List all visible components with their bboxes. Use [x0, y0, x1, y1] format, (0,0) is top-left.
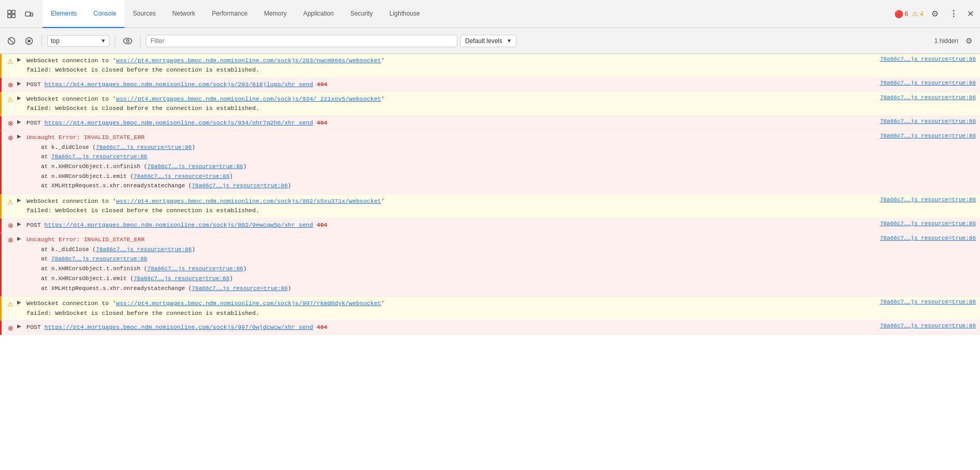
- ws-link-1[interactable]: wss://pt4.mortgages.bmoc.ndm.nomisonline…: [116, 57, 382, 64]
- clear-console-icon[interactable]: [4, 34, 19, 48]
- tab-sources[interactable]: Sources: [125, 0, 164, 28]
- filter-input[interactable]: [146, 35, 457, 47]
- levels-dropdown-icon: ▼: [507, 38, 512, 44]
- inspect-icon[interactable]: [4, 7, 19, 21]
- tab-bar-right: 🔴 6 ⚠ 4 ⚙ ⋮ ✕: [894, 7, 976, 21]
- entry-content-8: Uncaught Error: INVALID_STATE_ERR: [26, 235, 880, 244]
- entry-content-5: Uncaught Error: INVALID_STATE_ERR: [26, 133, 880, 142]
- source-ref-7[interactable]: 78a66c7……js resource=true:86: [880, 220, 976, 227]
- console-settings-icon[interactable]: ⚙: [961, 34, 976, 48]
- more-options-icon[interactable]: ⋮: [946, 7, 961, 21]
- stack-line-5-1: at k._didClose (78a66c7……js resource=tru…: [24, 143, 291, 153]
- stack-link-5-2[interactable]: 78a66c7……js resource=true:86: [51, 154, 147, 160]
- tab-elements[interactable]: Elements: [43, 0, 85, 28]
- expand-arrow-4[interactable]: ▶: [17, 119, 24, 125]
- tab-network[interactable]: Network: [164, 0, 203, 28]
- entry-content-10: POST https://pt4.mortgages.bmoc.ndm.nomi…: [26, 323, 880, 332]
- post-link-7[interactable]: https://pt4.mortgages.bmoc.ndm.nomisonli…: [45, 222, 314, 228]
- settings-icon[interactable]: ⚙: [928, 7, 942, 21]
- svg-rect-1: [12, 10, 15, 13]
- entry-content-1: WebSocket connection to 'wss://pt4.mortg…: [26, 56, 880, 75]
- context-label: top: [51, 37, 60, 45]
- svg-point-11: [127, 39, 129, 42]
- tab-application-label: Application: [303, 10, 334, 17]
- warn-icon-1: ⚠: [6, 57, 15, 66]
- source-ref-3[interactable]: 78a66c7……js resource=true:86: [880, 94, 976, 101]
- stack-line-5-3: at n.XHRCorsObject.t.onfinish (78a66c7………: [24, 162, 291, 172]
- entry-content-3: WebSocket connection to 'wss://pt4.mortg…: [26, 94, 880, 114]
- expand-arrow-8[interactable]: ▶: [17, 236, 24, 241]
- source-ref-10[interactable]: 78a66c7……js resource=true:86: [880, 323, 976, 329]
- expand-arrow-3[interactable]: ▶: [17, 95, 24, 101]
- stack-line-8-3: at n.XHRCorsObject.t.onfinish (78a66c7………: [24, 264, 291, 274]
- ws-link-3[interactable]: wss://pt4.mortgages.bmoc.ndm.nomisonline…: [116, 95, 382, 102]
- ws-link-6[interactable]: wss://pt4.mortgages.bmoc.ndm.nomisonline…: [116, 198, 382, 204]
- stack-link-8-2[interactable]: 78a66c7……js resource=true:86: [51, 256, 147, 262]
- device-toggle-icon[interactable]: [22, 7, 36, 21]
- tab-console[interactable]: Console: [85, 0, 125, 28]
- tab-performance[interactable]: Performance: [203, 0, 256, 28]
- stack-line-8-2: at 78a66c7……js resource=true:86: [24, 254, 291, 264]
- hidden-count: 1 hidden: [934, 37, 958, 45]
- entry-content-2: POST https://pt4.mortgages.bmoc.ndm.nomi…: [26, 80, 880, 89]
- stack-link-8-3[interactable]: 78a66c7……js resource=true:86: [147, 266, 243, 272]
- console-entry-7: ⊗ ▶ POST https://pt4.mortgages.bmoc.ndm.…: [0, 218, 980, 233]
- tab-security[interactable]: Security: [342, 0, 381, 28]
- post-link-4[interactable]: https://pt4.mortgages.bmoc.ndm.nomisonli…: [45, 119, 314, 126]
- stack-link-8-4[interactable]: 78a66c7……js resource=true:86: [133, 275, 229, 282]
- source-ref-1[interactable]: 78a66c7……js resource=true:86: [880, 56, 976, 62]
- devtools-icons: [4, 7, 36, 21]
- tab-lighthouse[interactable]: Lighthouse: [381, 0, 428, 28]
- stack-trace-5: at k._didClose (78a66c7……js resource=tru…: [6, 143, 291, 191]
- entry-content-6: WebSocket connection to 'wss://pt4.mortg…: [26, 197, 880, 216]
- error-icon-7: ⊗: [6, 221, 15, 230]
- stack-link-5-4[interactable]: 78a66c7……js resource=true:86: [133, 173, 229, 179]
- stop-icon[interactable]: [22, 34, 36, 48]
- post-link-2[interactable]: https://pt4.mortgages.bmoc.ndm.nomisonli…: [45, 81, 314, 88]
- expand-arrow-10[interactable]: ▶: [17, 323, 24, 329]
- source-ref-6[interactable]: 78a66c7……js resource=true:86: [880, 197, 976, 203]
- entry-content-7: POST https://pt4.mortgages.bmoc.ndm.nomi…: [26, 220, 880, 230]
- close-icon[interactable]: ✕: [965, 7, 976, 21]
- stack-trace-8: at k._didClose (78a66c7……js resource=tru…: [6, 245, 291, 293]
- post-link-10[interactable]: https://pt4.mortgages.bmoc.ndm.nomisonli…: [45, 324, 314, 330]
- entry-content-9: WebSocket connection to 'wss://pt4.mortg…: [26, 299, 880, 318]
- source-ref-2[interactable]: 78a66c7……js resource=true:86: [880, 80, 976, 86]
- stack-link-8-5[interactable]: 78a66c7……js resource=true:86: [192, 285, 288, 292]
- tab-lighthouse-label: Lighthouse: [389, 10, 420, 17]
- expand-arrow-5[interactable]: ▶: [17, 133, 24, 139]
- expand-arrow-1[interactable]: ▶: [17, 57, 24, 62]
- expand-arrow-9[interactable]: ▶: [17, 299, 24, 305]
- eye-icon[interactable]: [120, 34, 135, 48]
- stack-line-8-1: at k._didClose (78a66c7……js resource=tru…: [24, 245, 291, 255]
- console-entry-5: ⊗ ▶ Uncaught Error: INVALID_STATE_ERR 78…: [0, 131, 980, 195]
- expand-arrow-6[interactable]: ▶: [17, 197, 24, 203]
- source-ref-8[interactable]: 78a66c7……js resource=true:86: [880, 235, 976, 241]
- error-badge: 🔴 6: [894, 10, 908, 18]
- error-icon-10: ⊗: [6, 323, 15, 333]
- svg-rect-0: [8, 10, 11, 13]
- error-icon-8: ⊗: [6, 236, 15, 245]
- source-ref-9[interactable]: 78a66c7……js resource=true:86: [880, 299, 976, 305]
- tab-bar: Elements Console Sources Network Perform…: [0, 0, 980, 28]
- stack-link-5-5[interactable]: 78a66c7……js resource=true:86: [192, 183, 288, 189]
- entry-content-4: POST https://pt4.mortgages.bmoc.ndm.nomi…: [26, 118, 880, 128]
- tab-application[interactable]: Application: [295, 0, 342, 28]
- stack-link-5-1[interactable]: 78a66c7……js resource=true:86: [96, 144, 192, 150]
- stack-link-5-3[interactable]: 78a66c7……js resource=true:86: [147, 163, 243, 170]
- ws-link-9[interactable]: wss://pt4.mortgages.bmoc.ndm.nomisonline…: [116, 300, 382, 307]
- levels-dropdown[interactable]: Default levels ▼: [460, 35, 516, 47]
- source-ref-4[interactable]: 78a66c7……js resource=true:86: [880, 118, 976, 125]
- stack-line-5-5: at XMLHttpRequest.s.xhr.onreadystatechan…: [24, 181, 291, 191]
- expand-arrow-2[interactable]: ▶: [17, 80, 24, 86]
- source-ref-5[interactable]: 78a66c7……js resource=true:86: [880, 133, 976, 139]
- console-entry-9: ⚠ ▶ WebSocket connection to 'wss://pt4.m…: [0, 297, 980, 321]
- warn-icon-6: ⚠: [6, 197, 15, 206]
- stack-link-8-1[interactable]: 78a66c7……js resource=true:86: [96, 246, 192, 253]
- tab-sources-label: Sources: [133, 10, 156, 17]
- expand-arrow-7[interactable]: ▶: [17, 221, 24, 227]
- context-selector[interactable]: top ▼: [47, 35, 110, 47]
- tab-memory[interactable]: Memory: [256, 0, 295, 28]
- stack-line-8-4: at n.XHRCorsObject.i.emit (78a66c7……js r…: [24, 274, 291, 284]
- stack-line-5-4: at n.XHRCorsObject.i.emit (78a66c7……js r…: [24, 172, 291, 182]
